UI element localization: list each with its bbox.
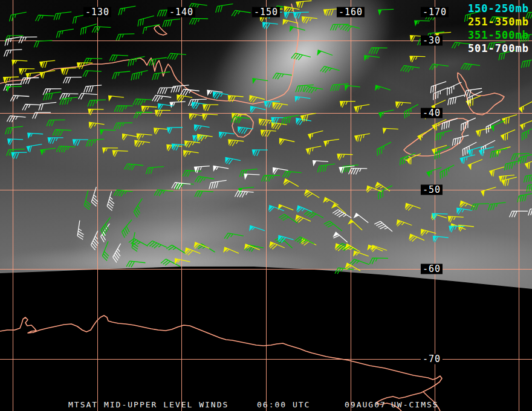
longitude-label: -170 [421,7,449,18]
caption-date: 09AUG07 [345,400,386,409]
legend-item-251-350mb: 251-350mb [468,15,529,28]
longitude-label: -150 [252,7,280,18]
longitude-label: -130 [83,7,111,18]
latitude-label: -70 [421,354,443,364]
legend-item-150-250mb: 150-250mb [468,2,529,15]
latitude-label: -30 [421,36,443,46]
longitude-label: -140 [167,7,195,18]
latitude-label: -40 [421,108,443,118]
longitude-label: -160 [337,7,365,18]
caption-credit: UW-CIMSS [391,400,439,409]
legend-item-501-700mb: 501-700mb [468,42,529,55]
caption-time: 06:00 UTC [257,400,310,409]
grid-label-layer: -130-140-150-160-170-30-40-50-60-70 [0,0,532,411]
legend-item-351-500mb: 351-500mb [468,28,529,42]
caption-bar: MTSAT MID-UPPER LEVEL WINDS 06:00 UTC 09… [0,399,532,411]
mtsat-wind-map: -130-140-150-160-170-30-40-50-60-70 150-… [0,0,532,411]
caption-product: MTSAT MID-UPPER LEVEL WINDS [68,400,229,409]
pressure-level-legend: 150-250mb251-350mb351-500mb501-700mb [468,2,529,55]
latitude-label: -60 [421,264,443,274]
latitude-label: -50 [421,185,443,195]
